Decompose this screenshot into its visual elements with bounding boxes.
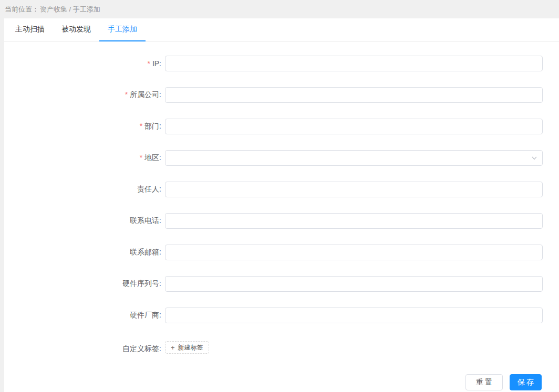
hardware-serial-input[interactable]: [165, 276, 543, 292]
form-row-vendor: 硬件厂商:: [4, 308, 559, 323]
required-asterisk: *: [147, 59, 150, 68]
tab-active-scan[interactable]: 主动扫描: [7, 18, 53, 41]
form-row-custom-tags: 自定义标签: + 新建标签: [4, 341, 559, 357]
reset-button[interactable]: 重置: [465, 374, 503, 390]
breadcrumb-path: 资产收集 / 手工添加: [40, 5, 100, 14]
field-label: 硬件序列号:: [4, 279, 165, 289]
field-label: 自定义标签:: [4, 344, 165, 354]
field-label: 责任人:: [4, 185, 165, 194]
field-label: *所属公司:: [4, 90, 165, 100]
content-card: 主动扫描 被动发现 手工添加 *IP: *所属公司:: [4, 18, 559, 392]
tab-label: 被动发现: [61, 25, 91, 34]
region-select[interactable]: [165, 150, 543, 166]
add-tag-label: 新建标签: [178, 343, 203, 352]
tab-bar: 主动扫描 被动发现 手工添加: [4, 18, 559, 41]
tab-manual-add[interactable]: 手工添加: [99, 18, 146, 41]
form-row-company: *所属公司:: [4, 87, 559, 103]
required-asterisk: *: [125, 90, 128, 99]
required-asterisk: *: [140, 122, 142, 130]
manual-add-form: *IP: *所属公司: *部门: *地区:: [4, 41, 559, 390]
form-actions: 重置 保存: [4, 374, 542, 390]
form-row-phone: 联系电话:: [4, 213, 559, 229]
form-row-ip: *IP:: [4, 56, 559, 71]
form-row-region: *地区:: [4, 150, 559, 166]
field-label: *地区:: [4, 153, 165, 163]
department-input[interactable]: [165, 119, 543, 134]
email-input[interactable]: [165, 245, 543, 260]
tab-label: 手工添加: [108, 25, 137, 34]
owner-input[interactable]: [165, 182, 543, 197]
tab-label: 主动扫描: [15, 25, 45, 34]
field-label: *部门:: [4, 122, 165, 131]
field-label: 联系电话:: [4, 216, 165, 226]
save-button[interactable]: 保存: [510, 374, 542, 390]
ip-input[interactable]: [165, 56, 543, 71]
field-label: *IP:: [4, 59, 165, 68]
plus-icon: +: [171, 344, 175, 352]
company-input[interactable]: [165, 87, 543, 103]
field-label: 硬件厂商:: [4, 311, 165, 320]
form-row-department: *部门:: [4, 119, 559, 134]
breadcrumb: 当前位置： 资产收集 / 手工添加: [0, 0, 559, 18]
breadcrumb-prefix: 当前位置：: [5, 5, 39, 14]
form-row-email: 联系邮箱:: [4, 245, 559, 260]
hardware-vendor-input[interactable]: [165, 308, 543, 323]
add-tag-button[interactable]: + 新建标签: [165, 341, 209, 354]
form-row-owner: 责任人:: [4, 182, 559, 197]
form-row-serial: 硬件序列号:: [4, 276, 559, 292]
required-asterisk: *: [140, 153, 142, 162]
field-label: 联系邮箱:: [4, 248, 165, 257]
tab-passive-discovery[interactable]: 被动发现: [53, 18, 99, 41]
phone-input[interactable]: [165, 213, 543, 229]
